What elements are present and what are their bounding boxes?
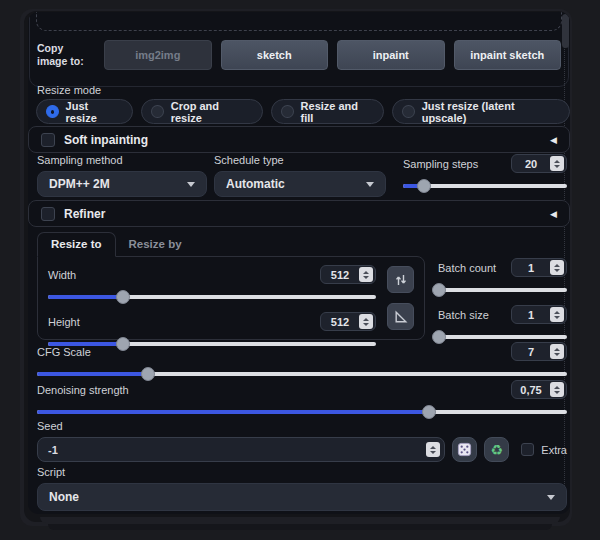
batch-count-value: 1 [512, 262, 550, 274]
number-spinner[interactable] [359, 314, 373, 329]
resize-mode-options: Just resize Crop and resize Resize and f… [36, 99, 570, 124]
dropdown-caret-icon [547, 495, 555, 500]
cfg-scale-slider[interactable] [37, 372, 567, 376]
batch-count-input[interactable]: 1 [511, 258, 567, 277]
cfg-scale-label: CFG Scale [37, 346, 511, 358]
radio-icon [151, 105, 164, 118]
sampling-steps-slider[interactable] [403, 184, 567, 188]
number-spinner[interactable] [550, 307, 564, 322]
sampling-method-value: DPM++ 2M [49, 177, 110, 191]
copy-inpaint-button-label: inpaint [373, 49, 409, 61]
copy-sketch-button-label: sketch [257, 49, 292, 61]
denoising-strength-slider[interactable] [37, 410, 567, 414]
slider-thumb[interactable] [417, 179, 431, 193]
number-spinner[interactable] [550, 156, 564, 171]
resize-mode-option-label: Resize and fill [301, 100, 371, 124]
soft-inpainting-checkbox[interactable] [41, 133, 55, 147]
schedule-type-dropdown[interactable]: Automatic [214, 171, 386, 197]
slider-thumb[interactable] [141, 367, 155, 381]
batch-count-slider[interactable] [438, 288, 567, 292]
resize-area: Resize to Resize by Width 512 [37, 230, 567, 340]
sampling-steps-value: 20 [512, 158, 550, 170]
dropdown-caret-icon [366, 182, 374, 187]
radio-icon [281, 105, 294, 118]
height-label: Height [48, 316, 320, 328]
batch-size-slider[interactable] [438, 335, 567, 339]
copy-img2img-button[interactable]: img2img [104, 40, 212, 70]
stacked-panel-edge-2 [48, 524, 552, 530]
resize-mode-option-label: Just resize [66, 100, 121, 124]
resize-to-box: Width 512 Height 512 [37, 256, 425, 340]
resize-mode-option-just-resize[interactable]: Just resize [36, 99, 133, 124]
resize-mode-option-label: Crop and resize [171, 100, 250, 124]
number-spinner[interactable] [550, 382, 564, 397]
resize-mode-option-latent-upscale[interactable]: Just resize (latent upscale) [392, 99, 570, 124]
width-slider[interactable] [48, 295, 376, 299]
tab-resize-to[interactable]: Resize to [37, 232, 116, 257]
copy-inpaint-sketch-button[interactable]: inpaint sketch [454, 40, 562, 70]
number-spinner[interactable] [550, 260, 564, 275]
slider-fill [48, 295, 123, 299]
cfg-scale-value: 7 [512, 346, 550, 358]
resize-mode-option-crop-and-resize[interactable]: Crop and resize [141, 99, 263, 124]
refiner-accordion[interactable]: Refiner ◀ [28, 200, 570, 227]
soft-inpainting-accordion[interactable]: Soft inpainting ◀ [28, 126, 570, 153]
collapse-arrow-icon[interactable]: ◀ [550, 135, 557, 145]
image-dropzone[interactable] [36, 12, 562, 31]
copy-inpaint-button[interactable]: inpaint [337, 40, 445, 70]
height-input[interactable]: 512 [320, 312, 376, 331]
radio-selected-icon [46, 105, 59, 118]
collapse-arrow-icon[interactable]: ◀ [550, 209, 557, 219]
aspect-ratio-button[interactable] [387, 303, 414, 330]
random-seed-button[interactable] [452, 437, 477, 462]
reuse-seed-button[interactable]: ♻ [484, 437, 509, 462]
extra-seed-checkbox[interactable] [521, 443, 534, 456]
number-spinner[interactable] [550, 344, 564, 359]
sampling-method-label: Sampling method [37, 154, 207, 166]
triangle-ruler-icon [394, 310, 408, 324]
seed-input[interactable]: -1 [37, 437, 445, 462]
slider-thumb[interactable] [432, 283, 446, 297]
sampling-steps-input[interactable]: 20 [511, 154, 567, 173]
batch-count-label: Batch count [438, 262, 511, 274]
schedule-type-label: Schedule type [214, 154, 386, 166]
width-label: Width [48, 269, 320, 281]
refiner-checkbox[interactable] [41, 207, 55, 221]
copy-image-to-label: Copy image to: [37, 42, 95, 68]
copy-sketch-button[interactable]: sketch [221, 40, 329, 70]
seed-label: Seed [37, 420, 567, 432]
height-value: 512 [321, 316, 359, 328]
switch-dimensions-icon [394, 273, 408, 287]
soft-inpainting-label: Soft inpainting [64, 133, 148, 147]
scrollbar-thumb[interactable] [562, 14, 569, 48]
img2img-settings-panel: Copy image to: img2img sketch inpaint in… [28, 12, 570, 514]
dropdown-caret-icon [187, 182, 195, 187]
slider-thumb[interactable] [422, 405, 436, 419]
copy-image-to-row: Copy image to: img2img sketch inpaint in… [37, 40, 561, 70]
number-spinner[interactable] [426, 442, 440, 457]
script-dropdown[interactable]: None [37, 483, 567, 511]
dice-icon [457, 442, 472, 457]
seed-value: -1 [48, 444, 426, 456]
batch-size-input[interactable]: 1 [511, 305, 567, 324]
resize-mode-label: Resize mode [37, 84, 101, 96]
cfg-scale-input[interactable]: 7 [511, 342, 567, 361]
sampling-row: Sampling method DPM++ 2M Schedule type A… [37, 154, 567, 197]
sampling-method-dropdown[interactable]: DPM++ 2M [37, 171, 207, 197]
resize-tabs: Resize to Resize by [37, 230, 425, 256]
denoising-strength-value: 0,75 [512, 384, 550, 396]
denoising-strength-input[interactable]: 0,75 [511, 380, 567, 399]
radio-icon [402, 105, 415, 118]
width-input[interactable]: 512 [320, 265, 376, 284]
tab-resize-by[interactable]: Resize by [116, 233, 195, 256]
denoising-strength-row: Denoising strength 0,75 [37, 380, 567, 414]
number-spinner[interactable] [359, 267, 373, 282]
switch-width-height-button[interactable] [387, 266, 414, 293]
resize-mode-option-resize-and-fill[interactable]: Resize and fill [271, 99, 384, 124]
seed-section: Seed -1 ♻ Extra [37, 420, 567, 462]
extra-seed-label: Extra [541, 444, 567, 456]
slider-thumb[interactable] [116, 290, 130, 304]
schedule-type-value: Automatic [226, 177, 285, 191]
slider-fill [37, 372, 148, 376]
denoising-strength-label: Denoising strength [37, 384, 511, 396]
